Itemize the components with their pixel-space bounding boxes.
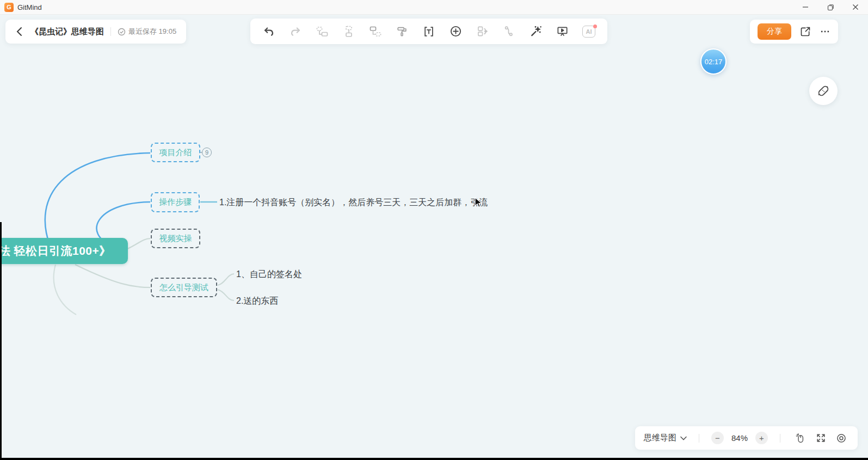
insert-child-node-button[interactable] [365, 22, 386, 41]
gitmind-logo-icon: G [4, 3, 14, 12]
document-title[interactable]: 《昆虫记》思维导图 [30, 27, 104, 37]
branch-line-gray-3 [125, 238, 150, 250]
share-card: 分享 [750, 20, 838, 44]
mindmap-root-node[interactable]: 玩法 轻松日引流100+》 [0, 238, 128, 264]
share-button[interactable]: 分享 [758, 23, 791, 40]
beautify-wand-button[interactable] [525, 22, 546, 41]
timer-value: 02:17 [705, 58, 723, 66]
layout-mode-label: 思维导图 [644, 433, 676, 443]
child-line-test-1 [218, 274, 234, 285]
divider [699, 434, 699, 443]
format-painter-button[interactable] [391, 22, 413, 41]
summary-button[interactable] [471, 22, 493, 41]
zoom-out-button[interactable]: − [711, 432, 724, 444]
saved-status: 最近保存 19:05 [128, 27, 176, 36]
saved-check-icon [118, 28, 126, 36]
text-tool-button[interactable] [418, 22, 440, 41]
mindmap-text-gift[interactable]: 2.送的东西 [236, 296, 278, 307]
branch-line-gray-4 [75, 265, 150, 287]
branch-line-gray-tail [54, 265, 76, 315]
mindmap-node-guide-test[interactable]: 怎么引导测试 [151, 278, 217, 297]
ai-notification-dot [593, 24, 597, 28]
mindmap-text-signature[interactable]: 1、自己的签名处 [236, 269, 302, 280]
close-button[interactable] [843, 0, 868, 15]
mindmap-node-video[interactable]: 视频实操 [151, 229, 200, 248]
restore-button[interactable] [818, 0, 843, 15]
more-button[interactable] [820, 26, 830, 37]
redo-button[interactable] [285, 22, 306, 41]
insert-sibling-node-button[interactable] [338, 22, 360, 41]
drag-mode-button[interactable] [792, 431, 808, 446]
mindmap-canvas[interactable] [0, 0, 868, 460]
child-line-test-2 [218, 290, 234, 300]
back-button[interactable] [15, 27, 24, 36]
document-header-card: 《昆虫记》思维导图 最近保存 19:05 [5, 20, 186, 44]
divider [780, 434, 780, 443]
focus-mode-button[interactable] [834, 431, 849, 446]
insert-button[interactable] [445, 22, 466, 41]
mouse-icon [795, 433, 805, 444]
minimize-button[interactable] [793, 0, 818, 15]
expand-icon [816, 433, 826, 443]
layout-mode-dropdown[interactable]: 思维导图 [644, 433, 687, 443]
mindmap-node-steps[interactable]: 操作步骤 [151, 192, 200, 212]
mindmap-text-steps-detail[interactable]: 1.注册一个抖音账号（别实名），然后养号三天，三天之后加群，引流 [219, 197, 488, 207]
presentation-button[interactable] [551, 22, 573, 41]
relation-line-button[interactable] [498, 22, 520, 41]
screen-edge-bottom [0, 458, 868, 460]
main-toolbar: AI [250, 19, 607, 44]
zoom-level: 84% [729, 433, 750, 443]
concentric-circles-icon [836, 433, 847, 444]
fullscreen-button[interactable] [813, 431, 828, 446]
app-title: GitMind [17, 3, 42, 11]
export-button[interactable] [800, 26, 811, 37]
chevron-down-icon [680, 436, 687, 440]
zoom-in-button[interactable]: + [755, 432, 768, 444]
mouse-cursor [475, 197, 484, 211]
window-titlebar: G GitMind [0, 0, 868, 15]
beautify-button[interactable] [809, 77, 838, 105]
screen-edge-left [0, 222, 2, 460]
collapsed-count-badge[interactable]: 9 [202, 148, 212, 157]
undo-button[interactable] [258, 22, 280, 41]
view-control-bar: 思维导图 − 84% + [635, 426, 858, 450]
timer-badge[interactable]: 02:17 [700, 48, 727, 75]
ai-button[interactable]: AI [578, 22, 600, 41]
mindmap-node-intro[interactable]: 项目介绍 [151, 143, 200, 162]
band-aid-icon [816, 84, 830, 98]
divider [110, 27, 111, 36]
insert-parent-node-button[interactable] [311, 22, 333, 41]
